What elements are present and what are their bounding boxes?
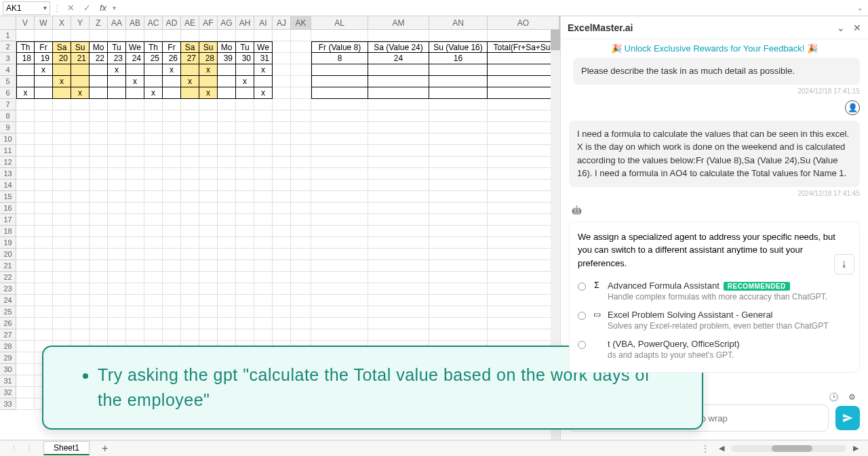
- cell[interactable]: [429, 203, 488, 214]
- cell[interactable]: [126, 295, 144, 306]
- cell[interactable]: [108, 214, 126, 226]
- cell[interactable]: [163, 122, 181, 133]
- cell[interactable]: [16, 295, 35, 306]
- cell[interactable]: [163, 318, 181, 329]
- cell[interactable]: [218, 306, 236, 318]
- cell[interactable]: Sa (Value 24): [368, 41, 429, 53]
- cell[interactable]: [126, 260, 144, 272]
- cell[interactable]: [429, 87, 488, 99]
- cell[interactable]: [35, 214, 53, 226]
- cell[interactable]: [90, 329, 108, 341]
- cell[interactable]: Tu: [236, 41, 254, 53]
- cell[interactable]: [236, 122, 254, 133]
- cell[interactable]: [368, 76, 429, 87]
- cell[interactable]: [53, 214, 71, 226]
- cell[interactable]: [90, 226, 108, 237]
- row-header[interactable]: 22: [0, 272, 16, 283]
- cell[interactable]: [254, 180, 273, 191]
- scroll-left-icon[interactable]: ◀: [715, 444, 728, 453]
- cell[interactable]: [181, 237, 199, 249]
- cell[interactable]: [291, 64, 311, 76]
- cell[interactable]: [163, 203, 181, 214]
- cell[interactable]: [16, 30, 35, 41]
- cell[interactable]: [16, 260, 35, 272]
- cell[interactable]: [71, 99, 90, 110]
- cell[interactable]: [163, 110, 181, 122]
- add-sheet-button[interactable]: +: [95, 442, 115, 455]
- cell[interactable]: [163, 214, 181, 226]
- cell[interactable]: [488, 237, 559, 249]
- cell[interactable]: [199, 272, 218, 283]
- row-header[interactable]: 12: [0, 157, 16, 168]
- cell[interactable]: [368, 99, 429, 110]
- row-header[interactable]: 6: [0, 87, 16, 99]
- cell[interactable]: [199, 122, 218, 133]
- cell[interactable]: [53, 203, 71, 214]
- cell[interactable]: 19: [35, 53, 53, 64]
- cell[interactable]: [254, 214, 273, 226]
- row-header[interactable]: 23: [0, 283, 16, 295]
- cell[interactable]: [236, 87, 254, 99]
- cell[interactable]: [311, 237, 368, 249]
- cell[interactable]: [35, 272, 53, 283]
- cell[interactable]: [126, 203, 144, 214]
- cell[interactable]: [163, 295, 181, 306]
- col-header[interactable]: AF: [199, 16, 218, 29]
- cell[interactable]: [108, 145, 126, 157]
- cell[interactable]: [273, 318, 291, 329]
- cell[interactable]: [108, 295, 126, 306]
- cell[interactable]: [35, 157, 53, 168]
- cell[interactable]: [108, 191, 126, 203]
- cell[interactable]: [291, 306, 311, 318]
- cell[interactable]: [163, 76, 181, 87]
- row-header[interactable]: 31: [0, 375, 16, 387]
- cell[interactable]: [236, 329, 254, 341]
- cell[interactable]: [273, 226, 291, 237]
- cell[interactable]: [368, 318, 429, 329]
- cell[interactable]: [126, 191, 144, 203]
- cell[interactable]: [199, 318, 218, 329]
- cell[interactable]: [236, 214, 254, 226]
- cell[interactable]: [16, 398, 35, 410]
- cell[interactable]: [199, 260, 218, 272]
- cell[interactable]: [181, 318, 199, 329]
- col-header[interactable]: Z: [90, 16, 108, 29]
- cell[interactable]: [273, 53, 291, 64]
- cell[interactable]: [126, 180, 144, 191]
- cell[interactable]: [311, 306, 368, 318]
- cell[interactable]: 23: [108, 53, 126, 64]
- cell[interactable]: [53, 180, 71, 191]
- cell[interactable]: [218, 226, 236, 237]
- cell[interactable]: [181, 110, 199, 122]
- cell[interactable]: [291, 191, 311, 203]
- cell[interactable]: [218, 168, 236, 180]
- cell[interactable]: [53, 133, 71, 145]
- cell[interactable]: 25: [144, 53, 163, 64]
- cell[interactable]: [53, 329, 71, 341]
- settings-icon[interactable]: ⚙: [848, 392, 856, 402]
- cell[interactable]: [126, 306, 144, 318]
- send-button[interactable]: [835, 406, 860, 430]
- cell[interactable]: Total(Fr+Sa+Su): [488, 41, 559, 53]
- cell[interactable]: [311, 87, 368, 99]
- cell[interactable]: [181, 249, 199, 260]
- cell[interactable]: [181, 329, 199, 341]
- cell[interactable]: [16, 237, 35, 249]
- cell[interactable]: [368, 237, 429, 249]
- cell[interactable]: [108, 260, 126, 272]
- cell[interactable]: [16, 122, 35, 133]
- cell[interactable]: Fr (Value 8): [311, 41, 368, 53]
- row-header[interactable]: 13: [0, 168, 16, 180]
- cell[interactable]: 31: [254, 53, 273, 64]
- cell[interactable]: [311, 295, 368, 306]
- cell[interactable]: [218, 180, 236, 191]
- cell[interactable]: [163, 260, 181, 272]
- cell[interactable]: [218, 295, 236, 306]
- cell[interactable]: [199, 237, 218, 249]
- cell[interactable]: [368, 191, 429, 203]
- cell[interactable]: [429, 237, 488, 249]
- cell[interactable]: [311, 191, 368, 203]
- cell[interactable]: [163, 99, 181, 110]
- cell[interactable]: [368, 283, 429, 295]
- cell[interactable]: [429, 318, 488, 329]
